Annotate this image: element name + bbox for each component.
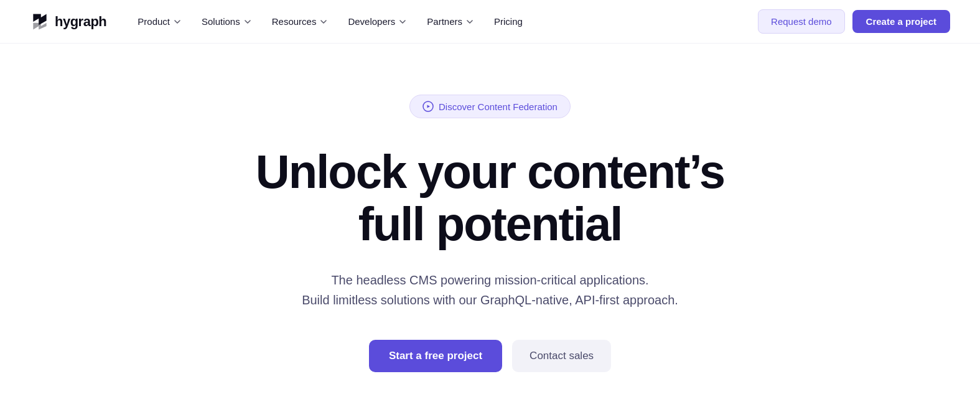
badge-text: Discover Content Federation (439, 101, 558, 112)
nav-item-pricing[interactable]: Pricing (485, 11, 531, 32)
nav-item-solutions[interactable]: Solutions (193, 11, 261, 32)
request-demo-button[interactable]: Request demo (758, 9, 845, 34)
nav-item-product[interactable]: Product (129, 11, 190, 32)
main-header: hygraph Product Solutions Resources (0, 0, 980, 44)
main-nav: Product Solutions Resources Developers (129, 11, 531, 32)
nav-item-developers[interactable]: Developers (339, 11, 416, 32)
chevron-down-icon (319, 17, 328, 26)
start-free-project-button[interactable]: Start a free project (369, 340, 502, 372)
play-icon (422, 101, 434, 112)
chevron-down-icon (465, 17, 474, 26)
logo-text: hygraph (55, 14, 106, 30)
chevron-down-icon (243, 17, 252, 26)
cta-buttons: Start a free project Contact sales (369, 340, 611, 372)
hero-subtitle: The headless CMS powering mission-critic… (302, 270, 678, 310)
nav-item-resources[interactable]: Resources (263, 11, 337, 32)
chevron-down-icon (173, 17, 182, 26)
logo-link[interactable]: hygraph (30, 12, 106, 32)
chevron-down-icon (398, 17, 407, 26)
nav-item-partners[interactable]: Partners (418, 11, 483, 32)
hero-title: Unlock your content’s full potential (248, 146, 733, 250)
nav-left: hygraph Product Solutions Resources (30, 11, 531, 32)
hero-section: Discover Content Federation Unlock your … (0, 44, 980, 411)
content-federation-badge[interactable]: Discover Content Federation (409, 95, 571, 118)
create-project-button[interactable]: Create a project (852, 10, 950, 33)
nav-right: Request demo Create a project (758, 9, 950, 34)
contact-sales-button[interactable]: Contact sales (512, 340, 611, 372)
hygraph-logo-icon (30, 12, 50, 32)
